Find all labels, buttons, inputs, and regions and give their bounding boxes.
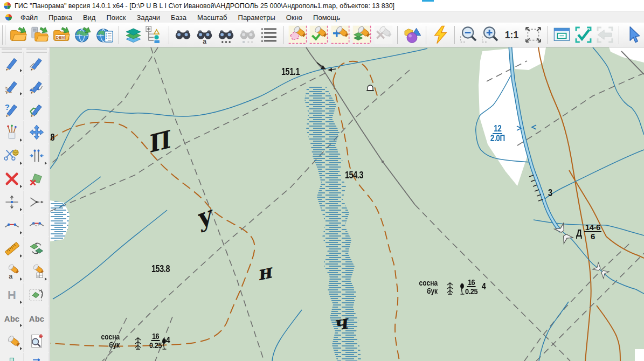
flyout-arrow-icon [45, 277, 47, 281]
find-selected-button[interactable] [237, 24, 258, 46]
main-toolbar: DBMa1:1 [0, 23, 644, 47]
pencil-question-icon: ? [4, 101, 20, 117]
flyout-arrow-icon [20, 69, 22, 72]
delete-object-button[interactable] [1, 168, 24, 190]
move-arrows-icon [29, 124, 45, 141]
edit-spline-button[interactable] [25, 75, 49, 97]
open-geoportal-button[interactable] [73, 24, 93, 46]
menu-edit[interactable]: Правка [44, 13, 77, 22]
move-point-button[interactable] [1, 191, 24, 213]
open-map-button[interactable] [9, 24, 29, 46]
flashlight-area-icon [288, 25, 307, 44]
map-legend-button[interactable] [144, 24, 165, 46]
cut-object-button[interactable] [1, 144, 24, 166]
list-icon [260, 25, 279, 44]
3d-view-button[interactable] [401, 24, 422, 46]
edit-segment-button[interactable] [1, 214, 24, 236]
geoportal-list-button[interactable] [94, 24, 115, 46]
svg-text:?: ? [5, 102, 10, 112]
menu-window[interactable]: Окно [281, 13, 307, 22]
undo-view-button[interactable] [594, 24, 615, 46]
toolbar-separator [169, 26, 169, 44]
elevation-label-clipped: .8 [50, 132, 54, 143]
height-text-button[interactable]: H [1, 283, 24, 306]
copy-move-button[interactable] [25, 353, 49, 361]
map-layers-button[interactable] [123, 24, 143, 46]
titlebar: ГИС "Панорама" версия 14.0.1 x64 - [D:\P… [0, 0, 644, 12]
svg-text:DBM: DBM [56, 35, 65, 40]
binoculars-dots-icon [217, 25, 236, 44]
quick-run-button[interactable] [430, 24, 451, 46]
select-clear-button[interactable] [373, 24, 394, 46]
window-frame-icon [552, 25, 571, 44]
create-object-button[interactable] [1, 52, 24, 74]
flashlight-check-icon [309, 25, 328, 44]
find-semantics-button[interactable] [25, 260, 49, 282]
menu-help[interactable]: Помощь [308, 13, 345, 22]
copy-objects-button[interactable] [25, 237, 49, 259]
select-layers-button[interactable] [352, 24, 372, 46]
cursor-icon [624, 25, 642, 44]
place-text-button[interactable]: Abc [1, 307, 24, 329]
hierarchy-icon [4, 356, 20, 361]
find-text-button[interactable]: a [1, 260, 24, 282]
join-lines-button[interactable] [25, 144, 49, 166]
create-hatch-button[interactable] [1, 75, 24, 97]
svg-text:a: a [9, 272, 13, 279]
topology-tool-button[interactable] [1, 353, 24, 361]
delete-x-icon [4, 171, 20, 187]
menu-params[interactable]: Параметры [233, 13, 280, 22]
delete-part-button[interactable] [25, 168, 49, 190]
select-mode-button[interactable] [623, 24, 643, 46]
toolbar-grip[interactable] [2, 25, 5, 45]
apply-button[interactable] [573, 24, 593, 46]
find-tool-button[interactable] [1, 330, 24, 352]
rotate-polygon-icon [29, 287, 45, 303]
menu-scale[interactable]: Масштаб [192, 13, 232, 22]
painter-tools-button[interactable] [1, 121, 24, 143]
smooth-segment-button[interactable] [25, 214, 49, 236]
menu-search[interactable]: Поиск [101, 13, 130, 22]
move-object-button[interactable] [25, 121, 49, 143]
create-unknown-button[interactable]: ? [1, 98, 24, 120]
zoom-actual-button[interactable]: 1:1 [502, 24, 522, 46]
zoom-out-button[interactable] [459, 24, 479, 46]
zoom-fit-button[interactable] [523, 24, 544, 46]
open-database-button[interactable]: DBM [52, 24, 72, 46]
edit-object-button[interactable] [25, 52, 49, 74]
menu-file[interactable]: Файл [16, 13, 43, 22]
pencil-spline-icon [29, 78, 45, 94]
object-list-button[interactable] [259, 24, 279, 46]
menu-tasks[interactable]: Задачи [131, 13, 165, 22]
split-line-button[interactable] [25, 191, 49, 213]
menu-view[interactable]: Вид [78, 13, 101, 22]
find-object-button[interactable] [173, 24, 193, 46]
edit-polygon-button[interactable] [25, 98, 49, 120]
find-advanced-button[interactable] [216, 24, 237, 46]
rotate-object-button[interactable] [25, 283, 49, 306]
flyout-arrow-icon [20, 92, 22, 95]
flyout-arrow-icon [20, 347, 22, 350]
find-by-name-button[interactable]: a [195, 24, 215, 46]
select-by-area-button[interactable] [287, 24, 308, 46]
place-text-2-button[interactable]: Abc [25, 307, 49, 329]
flyout-arrow-icon [20, 185, 22, 188]
find-document-button[interactable] [25, 330, 49, 352]
select-add-button[interactable] [330, 24, 351, 46]
toolbar-separator [548, 26, 548, 44]
zoom-in-button[interactable] [480, 24, 501, 46]
measure-ruler-button[interactable] [1, 237, 24, 259]
fit-arrows-icon [524, 25, 543, 44]
scissors-icon [4, 148, 20, 164]
select-confirm-button[interactable] [309, 24, 329, 46]
menu-base[interactable]: База [166, 13, 191, 22]
pencil-polygon-icon [29, 101, 45, 117]
map-window-button[interactable] [551, 24, 572, 46]
open-from-server-button[interactable] [30, 24, 51, 46]
spring-icon [366, 85, 374, 91]
toolbar-separator [426, 26, 426, 44]
brushes-icon [4, 124, 20, 141]
map-view[interactable]: 151.1 154.3 153.8 .8 П у н ч 12 2.0П 3 Д… [50, 47, 644, 361]
forest-annotation: сосна бук 16 0.25 4 [414, 278, 487, 296]
copy-polygons-icon [29, 240, 45, 256]
